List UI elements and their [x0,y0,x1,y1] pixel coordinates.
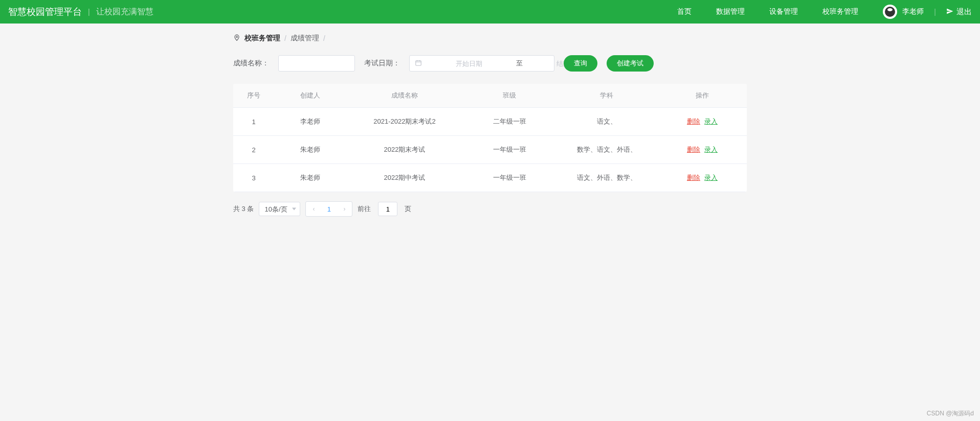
input-link[interactable]: 录入 [704,146,718,153]
pager: ‹ 1 › [305,201,352,217]
date-range-separator: 至 [516,59,523,68]
jump-prefix: 前往 [358,204,371,214]
cell-creator: 李老师 [274,108,346,136]
total-count: 共 3 条 [233,204,254,214]
breadcrumb-item-1[interactable]: 校班务管理 [244,34,280,43]
col-index: 序号 [233,84,274,108]
logout-button[interactable]: 退出 [946,7,972,17]
user-area: 李老师 | 退出 [883,5,972,19]
nav-home[interactable]: 首页 [665,0,704,24]
cell-class: 二年级一班 [463,108,555,136]
table-row: 1李老师2021-2022期末考试2二年级一班语文、删除录入 [233,108,747,136]
col-subject: 学科 [555,84,658,108]
delete-link[interactable]: 删除 [687,146,700,153]
breadcrumb-item-2[interactable]: 成绩管理 [291,34,319,43]
create-exam-button[interactable]: 创建考试 [607,55,654,72]
page-jump-input[interactable] [378,202,397,216]
date-range-picker[interactable]: 至 [409,55,554,72]
cell-subject: 语文、 [555,108,658,136]
nav-class-management[interactable]: 校班务管理 [810,0,871,24]
cell-name: 2022期末考试 [346,136,463,164]
cell-subject: 数学、语文、外语、 [555,136,658,164]
brand-title: 智慧校园管理平台 [8,6,82,18]
pagination: 共 3 条 10条/页 ‹ 1 › 前往 页 [233,201,747,217]
chevron-left-icon: ‹ [313,205,315,213]
search-bar: 成绩名称： 考试日期： 至 查询 创建考试 [233,55,747,72]
page-size-select[interactable]: 10条/页 [259,202,300,216]
query-button[interactable]: 查询 [564,55,597,72]
col-class: 班级 [463,84,555,108]
calendar-icon [415,59,422,68]
nav-device-management[interactable]: 设备管理 [757,0,810,24]
prev-page-button[interactable]: ‹ [306,202,321,216]
app-header: 智慧校园管理平台 | 让校园充满智慧 首页 数据管理 设备管理 校班务管理 李老… [0,0,980,24]
brand-divider: | [88,8,90,16]
table-header-row: 序号 创建人 成绩名称 班级 学科 操作 [233,84,747,108]
cell-action: 删除录入 [658,164,747,192]
date-label: 考试日期： [364,59,400,68]
name-label: 成绩名称： [233,59,269,68]
name-input[interactable] [278,55,355,72]
results-table: 序号 创建人 成绩名称 班级 学科 操作 1李老师2021-2022期末考试2二… [233,84,747,192]
cell-name: 2021-2022期末考试2 [346,108,463,136]
location-icon [233,34,240,43]
table-row: 2朱老师2022期末考试一年级一班数学、语文、外语、删除录入 [233,136,747,164]
breadcrumb: 校班务管理 / 成绩管理 / [233,34,747,43]
table-row: 3朱老师2022期中考试一年级一班语文、外语、数学、删除录入 [233,164,747,192]
paper-plane-icon [946,8,953,16]
cell-creator: 朱老师 [274,164,346,192]
cell-index: 2 [233,136,274,164]
cell-index: 1 [233,108,274,136]
avatar[interactable] [883,5,897,19]
cell-index: 3 [233,164,274,192]
cell-subject: 语文、外语、数学、 [555,164,658,192]
svg-point-0 [236,36,238,37]
start-date-input[interactable] [426,60,512,67]
cell-class: 一年级一班 [463,136,555,164]
results-table-card: 序号 创建人 成绩名称 班级 学科 操作 1李老师2021-2022期末考试2二… [233,84,747,192]
cell-creator: 朱老师 [274,136,346,164]
col-creator: 创建人 [274,84,346,108]
chevron-right-icon: › [343,205,345,213]
input-link[interactable]: 录入 [704,174,718,181]
svg-rect-1 [416,60,421,65]
col-name: 成绩名称 [346,84,463,108]
cell-name: 2022期中考试 [346,164,463,192]
page-number-1[interactable]: 1 [321,202,337,216]
input-link[interactable]: 录入 [704,118,718,125]
cell-class: 一年级一班 [463,164,555,192]
delete-link[interactable]: 删除 [687,174,700,181]
nav-data-management[interactable]: 数据管理 [704,0,757,24]
cell-action: 删除录入 [658,136,747,164]
jump-suffix: 页 [405,204,411,214]
cell-action: 删除录入 [658,108,747,136]
next-page-button[interactable]: › [337,202,352,216]
delete-link[interactable]: 删除 [687,118,700,125]
col-action: 操作 [658,84,747,108]
username: 李老师 [902,7,924,16]
brand-slogan: 让校园充满智慧 [96,7,153,17]
